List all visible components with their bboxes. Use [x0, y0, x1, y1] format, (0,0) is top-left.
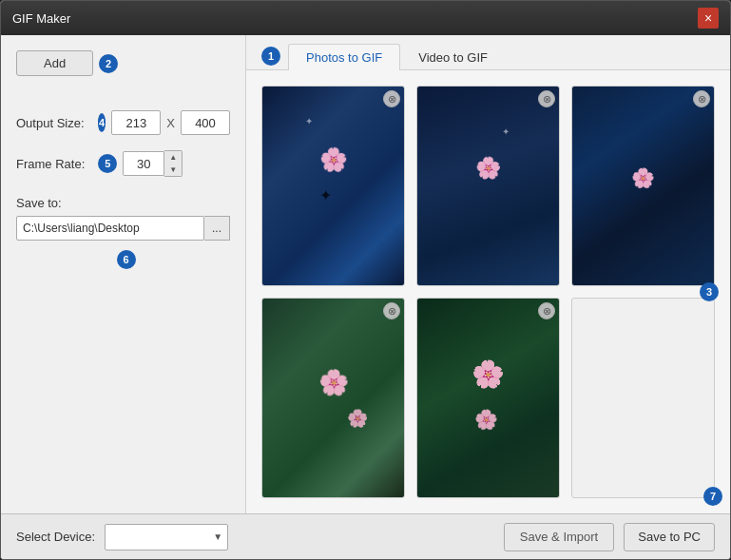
bottom-bar: Select Device: ▼ Save & Import Save to P…	[1, 513, 730, 559]
tab-video-to-gif[interactable]: Video to GIF	[400, 44, 506, 70]
image-cell-3: 🌸 ⊗	[571, 86, 715, 286]
remove-image-3-button[interactable]: ⊗	[693, 90, 710, 107]
image-grid: 🌸 ✦ ✦ ⊗ 🌸 ✦ ⊗	[246, 70, 730, 513]
height-input[interactable]	[181, 110, 230, 135]
browse-button[interactable]: ...	[204, 216, 230, 241]
badge-4: 4	[98, 113, 106, 132]
save-import-button[interactable]: Save & Import	[504, 523, 614, 551]
badge-6-row: 6	[16, 250, 230, 269]
save-to-label: Save to:	[16, 196, 230, 210]
flower-overlay-5: 🌸 🌸	[417, 299, 559, 497]
save-to-pc-button[interactable]: Save to PC	[624, 523, 715, 551]
spin-down-button[interactable]: ▼	[164, 164, 182, 176]
frame-rate-label: Frame Rate:	[16, 157, 85, 171]
add-badge: 2	[99, 54, 118, 73]
image-cell-1: 🌸 ✦ ✦ ⊗	[261, 86, 405, 286]
remove-image-5-button[interactable]: ⊗	[538, 302, 555, 319]
flower-overlay-4: 🌸 🌸	[262, 299, 404, 497]
tab-badge-1: 1	[261, 47, 280, 66]
tab-photos-to-gif[interactable]: Photos to GIF	[288, 44, 400, 70]
remove-image-2-button[interactable]: ⊗	[538, 90, 555, 107]
add-btn-row: Add 2	[16, 50, 230, 76]
output-size-label: Output Size:	[16, 116, 85, 130]
frame-rate-input[interactable]	[123, 151, 164, 176]
right-panel: 1 Photos to GIF Video to GIF 🌸 ✦ ✦ ⊗	[246, 35, 730, 513]
add-button[interactable]: Add	[16, 50, 93, 76]
left-panel: Add 2 Output Size: 4 X Frame Rate: 5 ▲ ▼	[1, 35, 246, 513]
image-cell-2: 🌸 ✦ ⊗	[416, 86, 560, 286]
spin-up-button[interactable]: ▲	[164, 151, 182, 164]
save-to-section: Save to: ...	[16, 196, 230, 241]
close-button[interactable]: ×	[698, 8, 719, 29]
device-select-wrapper: ▼	[105, 524, 228, 550]
output-size-row: Output Size: 4 X	[16, 110, 230, 135]
tabs-row: 1 Photos to GIF Video to GIF	[246, 35, 730, 70]
select-device-label: Select Device:	[16, 530, 95, 544]
area-badge-3: 3	[700, 282, 719, 301]
flower-overlay-1: 🌸 ✦ ✦	[262, 87, 404, 285]
badge-7: 7	[703, 487, 722, 506]
device-select[interactable]	[105, 524, 228, 550]
image-cell-4: 🌸 🌸 ⊗	[261, 298, 405, 498]
frame-rate-row: Frame Rate: 5 ▲ ▼	[16, 150, 230, 177]
badge-5: 5	[98, 154, 117, 173]
flower-overlay-2: 🌸 ✦	[417, 87, 559, 285]
save-to-row: ...	[16, 216, 230, 241]
badge-6: 6	[117, 250, 136, 269]
remove-image-4-button[interactable]: ⊗	[383, 302, 400, 319]
spin-buttons: ▲ ▼	[164, 150, 183, 177]
width-input[interactable]	[111, 110, 161, 135]
save-path-input[interactable]	[16, 216, 204, 241]
content-area: Add 2 Output Size: 4 X Frame Rate: 5 ▲ ▼	[1, 35, 730, 513]
gif-maker-window: GIF Maker × Add 2 Output Size: 4 X Frame…	[0, 0, 731, 560]
title-bar: GIF Maker ×	[1, 1, 730, 35]
image-cell-5: 🌸 🌸 ⊗	[416, 298, 560, 498]
window-title: GIF Maker	[12, 11, 698, 26]
frame-rate-spinbox: ▲ ▼	[123, 150, 183, 177]
x-separator: X	[166, 116, 175, 130]
remove-image-1-button[interactable]: ⊗	[383, 90, 400, 107]
image-cell-6	[571, 298, 715, 498]
flower-overlay-3: 🌸	[572, 87, 714, 285]
